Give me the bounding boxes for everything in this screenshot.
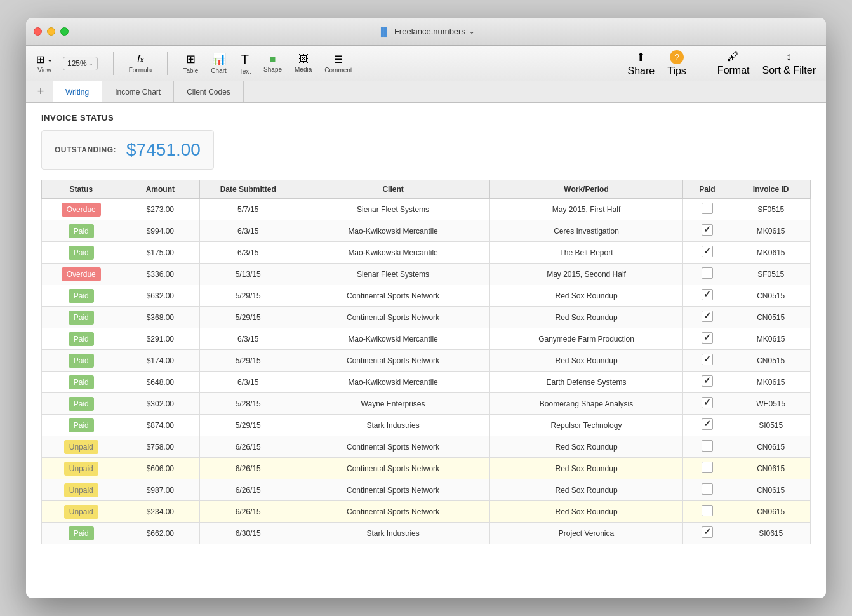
cell-amount: $273.00 [121,199,200,220]
cell-invoice-id: MK0615 [731,220,811,242]
chart-button[interactable]: 📊 Chart [211,52,226,74]
cell-paid[interactable] [683,199,731,220]
cell-date: 6/26/15 [200,479,296,501]
checkbox-checked[interactable] [702,418,713,430]
tips-button[interactable]: ? Tips [667,50,686,77]
checkbox-checked[interactable] [702,332,713,344]
table-row: Paid$175.006/3/15Mao-Kwikowski Mercantil… [42,242,811,264]
media-icon: 🖼 [298,53,309,65]
checkbox-checked[interactable] [702,354,713,365]
checkbox-checked[interactable] [702,224,713,236]
cell-paid[interactable] [683,264,731,285]
close-button[interactable] [34,27,42,36]
col-header-client: Client [296,180,489,199]
text-button[interactable]: T Text [239,52,251,75]
cell-paid[interactable] [683,350,731,372]
checkbox-unchecked[interactable] [702,267,713,279]
cell-client: Continental Sports Network [296,458,489,479]
checkbox-unchecked[interactable] [702,462,713,473]
cell-amount: $987.00 [121,479,200,501]
fullscreen-button[interactable] [60,27,69,36]
numbers-icon: ▐▌ [378,27,390,37]
cell-paid[interactable] [683,372,731,393]
cell-client: Sienar Fleet Systems [296,264,489,285]
checkbox-checked[interactable] [702,311,713,322]
format-button[interactable]: 🖋 Format [717,50,750,76]
cell-status: Unpaid [42,436,121,458]
tabs-bar: + Writing Income Chart Client Codes [26,81,826,103]
toolbar-left: ⊞ ⌄ View 125% ⌄ [36,53,98,74]
tips-icon: ? [670,50,684,64]
shape-button[interactable]: ■ Shape [263,53,282,73]
checkbox-checked[interactable] [702,289,713,300]
table-row: Paid$662.006/30/15Stark IndustriesProjec… [42,523,811,544]
cell-client: Mao-Kwikowski Mercantile [296,328,489,350]
checkbox-checked[interactable] [702,375,713,387]
zoom-button[interactable]: 125% ⌄ [63,57,98,70]
outstanding-value: $7451.00 [126,140,201,160]
cell-paid[interactable] [683,285,731,307]
share-button[interactable]: ⬆ Share [628,50,655,77]
cell-client: Continental Sports Network [296,436,489,458]
cell-paid[interactable] [683,523,731,544]
cell-paid[interactable] [683,242,731,264]
cell-date: 6/3/15 [200,328,296,350]
cell-invoice-id: WE0515 [731,393,811,415]
cell-client: Continental Sports Network [296,479,489,501]
cell-work: Red Sox Roundup [489,458,682,479]
tab-client-codes[interactable]: Client Codes [174,81,244,102]
tab-writing[interactable]: Writing [53,81,102,102]
cell-amount: $874.00 [121,415,200,436]
cell-invoice-id: CN0615 [731,436,811,458]
cell-status: Paid [42,415,121,436]
table-row: Paid$648.006/3/15Mao-Kwikowski Mercantil… [42,372,811,393]
cell-paid[interactable] [683,220,731,242]
checkbox-unchecked[interactable] [702,505,713,516]
cell-paid[interactable] [683,415,731,436]
cell-amount: $302.00 [121,393,200,415]
cell-paid[interactable] [683,307,731,328]
app-window: ▐▌ Freelance.numbers ⌄ ⊞ ⌄ View 125% ⌄ f… [26,18,826,598]
cell-date: 5/7/15 [200,199,296,220]
comment-button[interactable]: ☰ Comment [324,53,352,74]
cell-client: Sienar Fleet Systems [296,199,489,220]
checkbox-unchecked[interactable] [702,440,713,452]
table-button[interactable]: ⊞ Table [183,52,198,74]
media-button[interactable]: 🖼 Media [295,53,312,73]
content-area: INVOICE STATUS OUTSTANDING: $7451.00 Sta… [26,103,826,598]
invoice-title: INVOICE STATUS [41,113,811,123]
cell-paid[interactable] [683,436,731,458]
cell-paid[interactable] [683,328,731,350]
checkbox-checked[interactable] [702,246,713,257]
view-button[interactable]: ⊞ ⌄ View [36,53,53,74]
cell-amount: $648.00 [121,372,200,393]
cell-paid[interactable] [683,393,731,415]
cell-status: Unpaid [42,479,121,501]
cell-status: Paid [42,350,121,372]
formula-button[interactable]: fx Formula [129,53,152,74]
checkbox-unchecked[interactable] [702,483,713,495]
tab-income-chart[interactable]: Income Chart [102,81,174,102]
sort-filter-icon: ↕ [786,50,792,64]
minimize-button[interactable] [47,27,55,36]
chart-icon: 📊 [212,52,226,66]
cell-client: Mao-Kwikowski Mercantile [296,372,489,393]
cell-invoice-id: CN0615 [731,501,811,523]
cell-status: Paid [42,328,121,350]
sort-filter-button[interactable]: ↕ Sort & Filter [762,50,816,76]
cell-client: Continental Sports Network [296,285,489,307]
add-tab-button[interactable]: + [31,81,50,102]
cell-paid[interactable] [683,501,731,523]
cell-status: Paid [42,220,121,242]
checkbox-checked[interactable] [702,397,713,408]
cell-paid[interactable] [683,458,731,479]
cell-paid[interactable] [683,479,731,501]
formula-icon: fx [137,53,143,65]
cell-date: 6/26/15 [200,501,296,523]
checkbox-checked[interactable] [702,526,713,538]
cell-client: Mao-Kwikowski Mercantile [296,220,489,242]
cell-status: Paid [42,523,121,544]
checkbox-unchecked[interactable] [702,203,713,214]
cell-invoice-id: MK0615 [731,328,811,350]
cell-date: 6/3/15 [200,372,296,393]
